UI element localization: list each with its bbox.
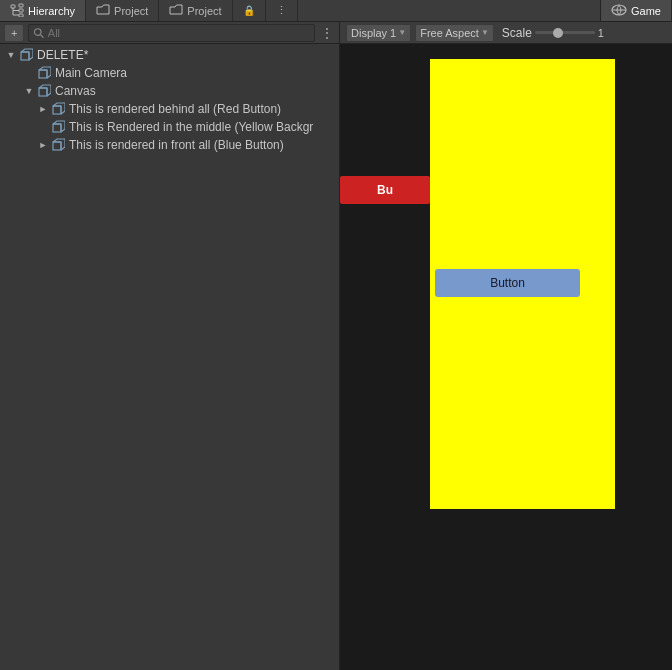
scale-label: Scale: [502, 26, 532, 40]
red-button-label: Bu: [377, 183, 393, 197]
cube-icon-red: [50, 101, 66, 117]
search-input[interactable]: [48, 27, 310, 39]
hierarchy-icon: [10, 3, 24, 19]
tab-more-options[interactable]: ⋮: [266, 0, 298, 21]
svg-rect-1: [19, 4, 23, 7]
tab-lock[interactable]: 🔒: [233, 0, 266, 21]
tree-item-yellow-bg[interactable]: This is Rendered in the middle (Yellow B…: [0, 118, 339, 136]
svg-line-10: [41, 34, 44, 37]
top-tab-bar: Hierarchy Project Project 🔒 ⋮: [0, 0, 672, 22]
svg-rect-2: [19, 9, 23, 12]
display-chevron-icon: ▼: [398, 28, 406, 37]
tree-label-canvas: Canvas: [55, 84, 339, 98]
svg-rect-20: [53, 106, 61, 114]
cube-icon-delete: [18, 47, 34, 63]
svg-point-9: [35, 28, 42, 35]
game-panel: Display 1 ▼ Free Aspect ▼ Scale 1: [340, 22, 672, 670]
arrow-red: [36, 102, 50, 116]
game-icon: [611, 4, 627, 18]
svg-rect-17: [39, 88, 47, 96]
search-bar[interactable]: [28, 24, 315, 42]
cube-icon-camera: [36, 65, 52, 81]
tree-item-delete[interactable]: DELETE*: [0, 46, 339, 64]
hierarchy-toolbar: + ⋮: [0, 22, 339, 44]
tab-project1-label: Project: [114, 5, 148, 17]
hierarchy-tree: DELETE* Main Camera: [0, 44, 339, 670]
tree-item-blue-button[interactable]: This is rendered in front all (Blue Butt…: [0, 136, 339, 154]
tree-label-yellow: This is Rendered in the middle (Yellow B…: [69, 120, 339, 134]
aspect-label: Free Aspect: [420, 27, 479, 39]
display-select[interactable]: Display 1 ▼: [346, 24, 411, 42]
svg-rect-0: [11, 5, 15, 8]
arrow-yellow: [36, 120, 50, 134]
arrow-delete: [4, 48, 18, 62]
tree-label-blue: This is rendered in front all (Blue Butt…: [69, 138, 339, 152]
red-button[interactable]: Bu: [340, 176, 430, 204]
tab-game[interactable]: Game: [600, 0, 672, 21]
hierarchy-more-button[interactable]: ⋮: [319, 25, 335, 41]
cube-icon-blue: [50, 137, 66, 153]
tab-project2[interactable]: Project: [159, 0, 232, 21]
game-viewport: Bu Button: [340, 44, 672, 670]
arrow-canvas: [22, 84, 36, 98]
tree-label-camera: Main Camera: [55, 66, 339, 80]
cube-icon-canvas: [36, 83, 52, 99]
blue-button-label: Button: [490, 276, 525, 290]
svg-rect-26: [53, 142, 61, 150]
svg-rect-3: [19, 14, 23, 17]
more-dots-icon: ⋮: [276, 4, 287, 17]
folder-icon-2: [169, 4, 183, 18]
scale-value: 1: [598, 27, 604, 39]
svg-rect-14: [39, 70, 47, 78]
cube-icon-yellow: [50, 119, 66, 135]
hierarchy-panel: + ⋮: [0, 22, 340, 670]
tree-item-red-button[interactable]: This is rendered behind all (Red Button): [0, 100, 339, 118]
tab-project1[interactable]: Project: [86, 0, 159, 21]
game-toolbar: Display 1 ▼ Free Aspect ▼ Scale 1: [340, 22, 672, 44]
tree-item-canvas[interactable]: Canvas: [0, 82, 339, 100]
svg-rect-11: [21, 52, 29, 60]
arrow-camera: [22, 66, 36, 80]
tree-label-delete: DELETE*: [37, 48, 339, 62]
aspect-chevron-icon: ▼: [481, 28, 489, 37]
search-icon: [33, 27, 44, 39]
tree-label-red: This is rendered behind all (Red Button): [69, 102, 339, 116]
svg-rect-23: [53, 124, 61, 132]
scale-group: Scale 1: [502, 26, 604, 40]
main-area: + ⋮: [0, 22, 672, 670]
scale-slider-track[interactable]: [535, 28, 595, 38]
add-button[interactable]: +: [4, 24, 24, 42]
tree-item-main-camera[interactable]: Main Camera: [0, 64, 339, 82]
tab-hierarchy-label: Hierarchy: [28, 5, 75, 17]
folder-icon-1: [96, 4, 110, 18]
tab-game-label: Game: [631, 5, 661, 17]
more-vertical-icon: ⋮: [320, 25, 334, 41]
blue-button[interactable]: Button: [435, 269, 580, 297]
display-label: Display 1: [351, 27, 396, 39]
plus-icon: +: [11, 27, 17, 39]
arrow-blue: [36, 138, 50, 152]
tab-hierarchy[interactable]: Hierarchy: [0, 0, 86, 21]
lock-icon: 🔒: [243, 5, 255, 16]
aspect-select[interactable]: Free Aspect ▼: [415, 24, 494, 42]
tab-project2-label: Project: [187, 5, 221, 17]
